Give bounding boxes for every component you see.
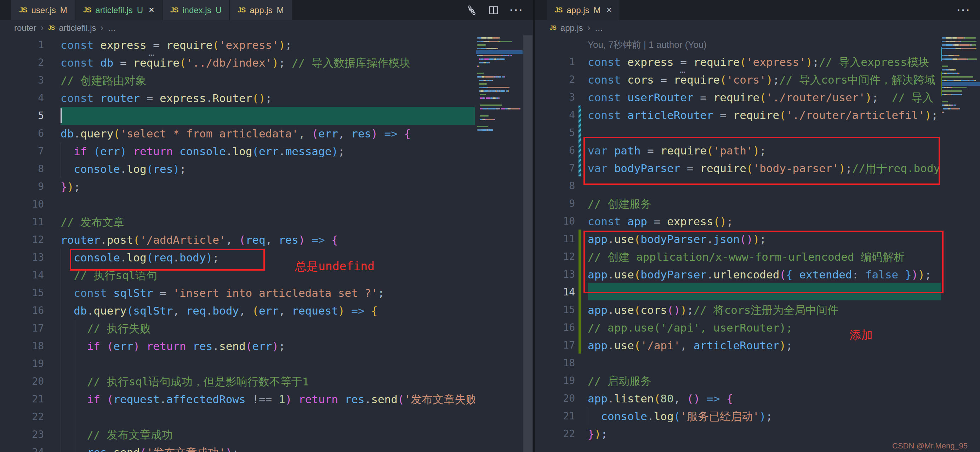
minimap-line bbox=[476, 110, 523, 114]
code-line: 12router.post('/addArticle', (req, res) … bbox=[0, 231, 475, 249]
minimap-line bbox=[476, 47, 523, 50]
git-status-badge: M bbox=[594, 5, 601, 15]
indent-guide bbox=[60, 160, 61, 178]
editor-group-divider[interactable] bbox=[533, 0, 535, 452]
tab-label: app.js bbox=[566, 5, 589, 15]
code-line: 19// 启动服务 bbox=[535, 372, 941, 390]
tab-app-js-left[interactable]: JS app.js M bbox=[230, 0, 292, 20]
line-number: 11 bbox=[535, 230, 575, 248]
line-number: 7 bbox=[0, 142, 44, 160]
minimap-line bbox=[941, 93, 980, 96]
tab-user-js[interactable]: JS user.js M bbox=[11, 0, 75, 20]
breadcrumb-folder[interactable]: router bbox=[14, 23, 37, 33]
line-number: 14 bbox=[0, 267, 44, 284]
minimap-line bbox=[941, 57, 980, 61]
line-number: 10 bbox=[0, 195, 44, 213]
code-line: 15 const sqlStr = 'insert into articleda… bbox=[0, 284, 475, 302]
code-line: 9// 创建服务 bbox=[535, 195, 941, 212]
more-actions-icon[interactable]: ··· bbox=[510, 4, 523, 16]
minimap-line bbox=[941, 64, 980, 68]
indent-guide bbox=[60, 142, 61, 160]
chevron-right-icon: › bbox=[587, 22, 590, 33]
minimap-line bbox=[941, 75, 980, 79]
tab-index-js[interactable]: JS index.js U bbox=[162, 0, 230, 20]
tab-articlefil-js[interactable]: JS articlefil.js U × bbox=[75, 0, 162, 20]
minimap-line bbox=[476, 89, 523, 93]
minimap[interactable] bbox=[476, 36, 523, 132]
split-editor-icon[interactable] bbox=[488, 5, 499, 16]
line-number: 5 bbox=[535, 124, 575, 142]
git-status-badge: U bbox=[216, 5, 222, 15]
minimap[interactable] bbox=[941, 36, 980, 114]
line-number: 8 bbox=[535, 177, 575, 195]
line-number: 17 bbox=[535, 337, 575, 354]
code-line: 18 bbox=[535, 354, 941, 372]
line-number: 15 bbox=[535, 301, 575, 319]
js-file-icon: JS bbox=[170, 6, 178, 14]
minimap-line bbox=[476, 104, 523, 107]
breadcrumb[interactable]: JS app.js › … bbox=[535, 20, 980, 35]
indent-guide bbox=[60, 390, 61, 408]
line-number: 18 bbox=[0, 337, 44, 355]
indent-guide bbox=[74, 426, 74, 444]
minimap-line bbox=[476, 54, 523, 57]
line-number: 6 bbox=[0, 125, 44, 142]
line-number: 2 bbox=[535, 71, 575, 89]
minimap-line bbox=[941, 40, 980, 43]
minimap-line bbox=[941, 79, 980, 82]
vertical-scrollbar[interactable] bbox=[523, 35, 533, 452]
editor-right[interactable]: You, 7秒钟前 | 1 author (You) 1const expres… bbox=[535, 35, 980, 452]
close-icon[interactable]: × bbox=[606, 5, 612, 16]
minimap-line bbox=[476, 93, 523, 96]
code-line: 1const express = require('express');… bbox=[0, 36, 475, 54]
minimap-line bbox=[476, 36, 523, 40]
code-line: 20 // 执行sql语句成功，但是影响行数不等于1 bbox=[0, 373, 475, 390]
editor-left[interactable]: 1const express = require('express');…2co… bbox=[0, 35, 533, 452]
breadcrumb-file[interactable]: app.js bbox=[560, 23, 583, 33]
code-line: 7var bodyParser = require('body-parser')… bbox=[535, 160, 941, 177]
line-number: 4 bbox=[0, 89, 44, 107]
close-icon[interactable]: × bbox=[149, 5, 154, 16]
js-file-icon: JS bbox=[549, 24, 556, 32]
line-number: 14 bbox=[535, 283, 575, 301]
minimap-line bbox=[476, 86, 523, 89]
more-actions-icon[interactable]: ··· bbox=[957, 4, 971, 16]
code-line: 12// 创建 application/x-www-form-urlencode… bbox=[535, 248, 941, 266]
minimap-line bbox=[941, 61, 980, 64]
tab-label: index.js bbox=[182, 5, 211, 15]
line-number: 3 bbox=[535, 89, 575, 106]
code-area[interactable]: 1const express = require('express');// 导… bbox=[535, 53, 941, 452]
breadcrumb[interactable]: router › JS articlefil.js › … bbox=[0, 20, 533, 35]
indent-guide bbox=[60, 319, 61, 337]
breadcrumb-more[interactable]: … bbox=[108, 23, 116, 33]
line-number: 17 bbox=[0, 319, 44, 337]
indent-guide bbox=[60, 408, 61, 426]
code-line: 5 bbox=[535, 124, 941, 142]
code-line: 16// app.use('/api', userRouter); bbox=[535, 319, 941, 337]
code-area[interactable]: 1const express = require('express');…2co… bbox=[0, 35, 475, 452]
indent-guide bbox=[74, 444, 74, 452]
minimap-line bbox=[941, 104, 980, 107]
tabbar-spacer bbox=[535, 0, 547, 20]
line-number: 20 bbox=[535, 390, 575, 407]
line-number: 12 bbox=[535, 248, 575, 266]
minimap-line bbox=[476, 114, 523, 118]
line-number: 4 bbox=[535, 106, 575, 124]
minimap-line bbox=[476, 57, 523, 61]
code-line: 24 res.send('发布文章成功'); bbox=[0, 444, 475, 452]
js-file-icon: JS bbox=[237, 6, 245, 14]
minimap-line bbox=[941, 36, 980, 40]
compare-changes-icon[interactable] bbox=[466, 5, 477, 16]
line-number: 1 bbox=[0, 36, 44, 54]
breadcrumb-file[interactable]: articlefil.js bbox=[59, 23, 96, 33]
minimap-line bbox=[476, 118, 523, 121]
minimap-line bbox=[941, 110, 980, 114]
line-number: 18 bbox=[535, 354, 575, 372]
code-line: 14 bbox=[535, 283, 941, 301]
gitlens-blame-annotation: You, 7秒钟前 | 1 author (You) bbox=[535, 36, 980, 53]
code-line: 22 bbox=[0, 408, 475, 426]
code-line: 9}); bbox=[0, 178, 475, 195]
breadcrumb-more[interactable]: … bbox=[595, 23, 603, 33]
tab-app-js-right[interactable]: JS app.js M × bbox=[547, 0, 620, 20]
line-number: 16 bbox=[535, 319, 575, 337]
